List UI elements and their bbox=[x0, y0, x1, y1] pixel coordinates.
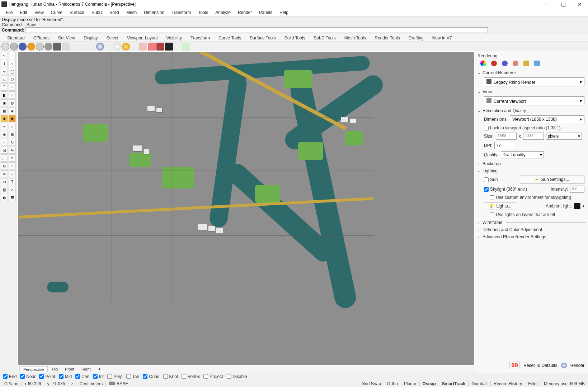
shade-selected-icon[interactable] bbox=[88, 43, 95, 51]
render-button[interactable]: Render bbox=[570, 363, 584, 368]
reset-defaults-button[interactable]: Reset To Defaults bbox=[523, 363, 558, 368]
menu-render[interactable]: Render bbox=[234, 9, 255, 16]
tab-cplanes[interactable]: CPlanes bbox=[29, 34, 54, 42]
osnap-mid[interactable]: Mid bbox=[57, 374, 73, 379]
render-quick-icon[interactable]: ◐ bbox=[1, 194, 8, 201]
vptab-add[interactable]: ✦ bbox=[94, 366, 105, 372]
scale-icon[interactable]: ⇲ bbox=[1, 147, 8, 154]
menu-help[interactable]: Help bbox=[276, 9, 292, 16]
osnap-disable[interactable]: Disable bbox=[225, 374, 249, 379]
menu-edit[interactable]: Edit bbox=[16, 9, 31, 16]
layer-icon[interactable]: ☰ bbox=[9, 194, 16, 201]
menu-analyze[interactable]: Analyze bbox=[212, 9, 234, 16]
height-spinner[interactable]: 1338 bbox=[523, 133, 544, 140]
interpcurve-icon[interactable]: 〰 bbox=[9, 83, 16, 91]
tab-new-in-v7[interactable]: New in V7 bbox=[428, 34, 456, 42]
tab-standard[interactable]: Standard bbox=[3, 34, 29, 42]
group-icon[interactable]: ⊞ bbox=[9, 131, 16, 138]
renderer-combo[interactable]: Legacy Rhino Render▾ bbox=[484, 77, 584, 86]
status-filter[interactable]: Filter bbox=[525, 381, 541, 386]
sun-settings-button[interactable]: ☀Sun Settings... bbox=[520, 176, 584, 183]
vptab-right[interactable]: Right bbox=[78, 366, 94, 372]
menu-solid[interactable]: Solid bbox=[106, 9, 123, 16]
section-current-renderer[interactable]: ⌄Current Renderer bbox=[478, 70, 586, 75]
menu-file[interactable]: File bbox=[2, 9, 16, 16]
menu-curve[interactable]: Curve bbox=[47, 9, 66, 16]
clearshade-icon[interactable] bbox=[156, 43, 164, 51]
dimensions-combo[interactable]: Viewport (1856 x 1338)▾ bbox=[510, 115, 584, 123]
status-x[interactable]: x 60.226 bbox=[22, 381, 44, 386]
xray-icon[interactable] bbox=[44, 43, 52, 51]
fillet-icon[interactable]: ◜ bbox=[9, 162, 16, 169]
status-record-history[interactable]: Record History bbox=[491, 381, 525, 386]
status-cplane[interactable]: CPlane bbox=[1, 381, 22, 386]
custom-env-checkbox[interactable] bbox=[490, 195, 494, 200]
status-units[interactable]: Centimeters bbox=[76, 381, 106, 386]
color-display-icon[interactable] bbox=[182, 43, 190, 51]
ghosted-icon[interactable] bbox=[36, 43, 44, 51]
status-smarttrack[interactable]: SmartTrack bbox=[439, 381, 469, 386]
trim-icon[interactable]: ✂ bbox=[1, 123, 8, 130]
use-lights-off-checkbox[interactable] bbox=[490, 212, 494, 217]
text-icon[interactable]: T bbox=[9, 178, 16, 185]
dpi-spinner[interactable]: 72 bbox=[494, 142, 515, 149]
osnap-tan[interactable]: Tan bbox=[125, 374, 141, 379]
pointer-icon[interactable]: ↖ bbox=[1, 52, 8, 59]
print-display-icon[interactable] bbox=[174, 43, 182, 51]
check-icon[interactable]: ✓ bbox=[9, 186, 16, 193]
materials-tab-icon[interactable] bbox=[491, 61, 497, 66]
quality-select[interactable]: Draft quality▾ bbox=[501, 151, 544, 158]
rectangle-icon[interactable]: ▭ bbox=[1, 76, 8, 83]
command-input[interactable] bbox=[25, 27, 488, 33]
wireframe-icon[interactable] bbox=[1, 43, 9, 51]
cylinder-icon[interactable]: ◍ bbox=[9, 99, 16, 106]
boolean-icon[interactable]: ⊖ bbox=[1, 162, 8, 169]
tog-sun-icon[interactable] bbox=[122, 43, 130, 51]
flat-shade-icon[interactable] bbox=[79, 43, 87, 51]
status-osnap[interactable]: Osnap bbox=[420, 381, 439, 386]
osnap-end[interactable]: End bbox=[1, 374, 18, 379]
status-planar[interactable]: Planar bbox=[401, 381, 420, 386]
osnap-cen[interactable]: Cen bbox=[74, 374, 91, 379]
osnap-vertex[interactable]: Vertex bbox=[180, 374, 201, 379]
tab-solid-tools[interactable]: Solid Tools bbox=[280, 34, 310, 42]
lock-aspect-checkbox[interactable] bbox=[484, 126, 489, 130]
menu-view[interactable]: View bbox=[31, 9, 47, 16]
menu-tools[interactable]: Tools bbox=[194, 9, 212, 16]
technical-icon[interactable] bbox=[53, 43, 61, 51]
shaded-gray-icon[interactable] bbox=[10, 43, 18, 51]
close-button[interactable]: ✕ bbox=[571, 0, 588, 9]
tab-set-view[interactable]: Set View bbox=[54, 34, 79, 42]
tab-surface-tools[interactable]: Surface Tools bbox=[245, 34, 280, 42]
dim-icon[interactable]: ↤ bbox=[1, 178, 8, 185]
point-icon[interactable]: · bbox=[9, 52, 16, 59]
tog-grid-icon[interactable] bbox=[105, 43, 113, 51]
arctic-icon[interactable] bbox=[70, 43, 78, 51]
section-advanced[interactable]: ›Advanced Rhino Render Settings bbox=[478, 234, 586, 239]
section-dithering[interactable]: ›Dithering and Color Adjustment bbox=[478, 227, 586, 232]
status-y[interactable]: y -71.035 bbox=[44, 381, 68, 386]
tab-subd-tools[interactable]: SubD Tools bbox=[310, 34, 340, 42]
menu-dimension[interactable]: Dimension bbox=[140, 9, 168, 16]
width-spinner[interactable]: 1856 bbox=[496, 133, 517, 140]
status-gumball[interactable]: Gumball bbox=[469, 381, 491, 386]
render-preview-icon[interactable] bbox=[96, 43, 104, 51]
sun-checkbox[interactable] bbox=[484, 177, 489, 182]
status-layer[interactable]: BASE bbox=[106, 381, 131, 386]
skylight-checkbox[interactable] bbox=[484, 187, 489, 192]
fullscreen-icon[interactable] bbox=[165, 43, 173, 51]
maximize-button[interactable]: ▢ bbox=[555, 0, 571, 9]
units-select[interactable]: pixels▾ bbox=[546, 133, 582, 140]
plane-icon[interactable]: ▱ bbox=[9, 91, 16, 99]
tog-clipping-icon[interactable] bbox=[148, 43, 156, 51]
osnap-quad[interactable]: Quad bbox=[141, 374, 161, 379]
section-view[interactable]: ⌄View bbox=[478, 89, 586, 94]
box-icon[interactable]: ▣ bbox=[1, 99, 8, 106]
tog-backfaces-icon[interactable] bbox=[113, 43, 121, 51]
osnap-project[interactable]: Project bbox=[202, 374, 224, 379]
status-z[interactable]: z bbox=[68, 381, 76, 386]
extend-icon[interactable]: → bbox=[9, 170, 16, 177]
split-icon[interactable]: ⟋ bbox=[9, 123, 16, 130]
view-combo[interactable]: Current Viewport▾ bbox=[484, 96, 584, 105]
join-icon[interactable]: ⊕ bbox=[1, 131, 8, 138]
